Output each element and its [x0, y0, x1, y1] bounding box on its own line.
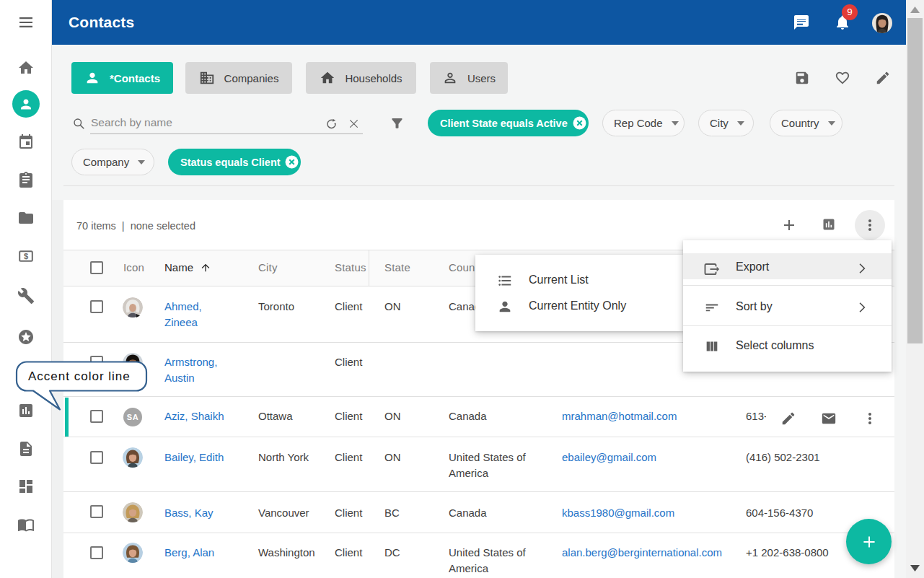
svg-text:$: $ — [24, 252, 28, 260]
